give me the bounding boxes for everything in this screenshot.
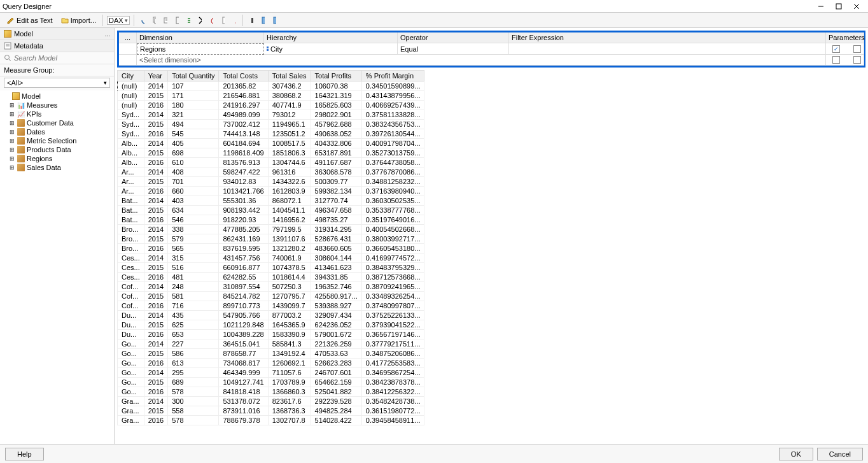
table-cell[interactable]: 1304744.6: [268, 158, 311, 167]
table-cell[interactable]: 908193.442: [219, 206, 268, 215]
table-cell[interactable]: Du...: [118, 311, 144, 320]
search-input[interactable]: [14, 54, 110, 62]
table-cell[interactable]: 106070.38: [311, 82, 361, 91]
table-row[interactable]: Go...2015586878658.771349192.4470533.630…: [118, 349, 424, 359]
table-cell[interactable]: Gra...: [118, 416, 144, 425]
table-cell[interactable]: (null): [118, 101, 144, 110]
table-cell[interactable]: Du...: [118, 330, 144, 339]
table-cell[interactable]: 457962.688: [311, 120, 361, 129]
table-cell[interactable]: 845214.782: [219, 292, 268, 301]
table-cell[interactable]: 961316: [268, 167, 311, 177]
table-cell[interactable]: 737002.412: [219, 120, 268, 129]
table-cell[interactable]: 2014: [144, 110, 167, 120]
table-cell[interactable]: 321: [168, 110, 219, 120]
table-cell[interactable]: 2015: [144, 406, 167, 416]
table-cell[interactable]: 2014: [144, 339, 167, 349]
table-cell[interactable]: 1434322.6: [268, 177, 311, 187]
filter-row-2-handle[interactable]: [119, 55, 137, 66]
table-cell[interactable]: 716: [168, 301, 219, 311]
table-cell[interactable]: 246707.601: [311, 368, 361, 378]
table-row[interactable]: Ces...2015516660916.8771074378.5413461.6…: [118, 263, 424, 273]
table-cell[interactable]: Cof...: [118, 292, 144, 301]
table-cell[interactable]: 2015: [144, 177, 167, 187]
table-row[interactable]: Cof...2015581845214.7821270795.7425580.9…: [118, 292, 424, 301]
properties-icon[interactable]: [218, 16, 227, 25]
table-cell[interactable]: 1021129.848: [219, 320, 268, 330]
filter-row-1-handle[interactable]: [119, 43, 137, 55]
table-cell[interactable]: 2014: [144, 311, 167, 320]
table-cell[interactable]: 0.35338777768...: [361, 206, 424, 215]
table-cell[interactable]: 578: [168, 416, 219, 425]
table-cell[interactable]: 0.38423878378...: [361, 378, 424, 387]
table-row[interactable]: Bat...2016546918220.931416956.2498735.27…: [118, 215, 424, 225]
table-cell[interactable]: 0.38412256322...: [361, 387, 424, 397]
grid-wide-icon[interactable]: [270, 16, 279, 25]
table-cell[interactable]: 578: [168, 387, 219, 397]
table-row[interactable]: Du...20166531004389.2281583390.9579001.6…: [118, 330, 424, 339]
refresh-icon[interactable]: [138, 16, 147, 25]
table-cell[interactable]: 0.34501590899...: [361, 82, 424, 91]
column-header[interactable]: Total Profits: [311, 71, 361, 82]
table-cell[interactable]: 734068.817: [219, 359, 268, 368]
table-cell[interactable]: 2016: [144, 158, 167, 167]
table-cell[interactable]: 1439099.7: [268, 301, 311, 311]
table-cell[interactable]: 310897.554: [219, 282, 268, 292]
table-cell[interactable]: 585841.3: [268, 339, 311, 349]
expand-icon[interactable]: ⊞: [9, 155, 15, 162]
table-cell[interactable]: 464349.999: [219, 368, 268, 378]
table-cell[interactable]: 477885.205: [219, 225, 268, 234]
table-cell[interactable]: 660916.877: [219, 263, 268, 273]
table-cell[interactable]: 164321.319: [311, 91, 361, 101]
tree-item[interactable]: ⊞Customer Data: [4, 118, 110, 127]
table-cell[interactable]: 2016: [144, 244, 167, 253]
column-header[interactable]: Total Costs: [219, 71, 268, 82]
table-cell[interactable]: Alb...: [118, 139, 144, 148]
table-cell[interactable]: 0.41699774572...: [361, 253, 424, 263]
table-row[interactable]: Bat...2015634908193.4421404541.1496347.6…: [118, 206, 424, 215]
table-cell[interactable]: 407741.9: [268, 101, 311, 110]
table-cell[interactable]: 2014: [144, 196, 167, 206]
table-cell[interactable]: Go...: [118, 387, 144, 397]
table-cell[interactable]: 813576.913: [219, 158, 268, 167]
table-cell[interactable]: 0.38324356753...: [361, 120, 424, 129]
table-cell[interactable]: 2016: [144, 359, 167, 368]
table-cell[interactable]: Ar...: [118, 167, 144, 177]
table-cell[interactable]: 338: [168, 225, 219, 234]
table-cell[interactable]: 1349192.4: [268, 349, 311, 359]
table-cell[interactable]: 0.37163980940...: [361, 187, 424, 196]
table-row[interactable]: Bro...2016565837619.5951321280.2483660.6…: [118, 244, 424, 253]
table-cell[interactable]: 701: [168, 177, 219, 187]
table-row[interactable]: Bro...2015579862431.1691391107.6528676.4…: [118, 234, 424, 244]
table-row[interactable]: (null)2014107201365.82307436.2106070.380…: [118, 82, 424, 91]
table-cell[interactable]: 0.38709241965...: [361, 282, 424, 292]
table-row[interactable]: Gra...2015558873911.0161368736.3494825.2…: [118, 406, 424, 416]
filter-select-dimension[interactable]: <Select dimension>: [137, 55, 826, 66]
table-cell[interactable]: 837619.595: [219, 244, 268, 253]
table-cell[interactable]: 2015: [144, 378, 167, 387]
table-cell[interactable]: 408: [168, 167, 219, 177]
table-cell[interactable]: 0.36567197146...: [361, 330, 424, 339]
table-cell[interactable]: 2015: [144, 91, 167, 101]
help-button[interactable]: Help: [5, 448, 44, 460]
table-cell[interactable]: 526623.283: [311, 359, 361, 368]
table-cell[interactable]: 413461.623: [311, 263, 361, 273]
table-cell[interactable]: 1391107.6: [268, 234, 311, 244]
maximize-icon[interactable]: [835, 3, 843, 10]
table-cell[interactable]: 1013421.766: [219, 187, 268, 196]
table-cell[interactable]: 0.43143879956...: [361, 91, 424, 101]
table-cell[interactable]: 394331.85: [311, 273, 361, 282]
edit-as-text-button[interactable]: Edit as Text: [4, 15, 55, 25]
table-cell[interactable]: 1260692.1: [268, 359, 311, 368]
table-cell[interactable]: 1583390.9: [268, 330, 311, 339]
col-operator[interactable]: Operator: [398, 32, 509, 43]
filter-operator-cell[interactable]: Equal: [398, 43, 509, 55]
table-cell[interactable]: 319314.295: [311, 225, 361, 234]
table-cell[interactable]: 2016: [144, 416, 167, 425]
copy-icon[interactable]: [150, 16, 158, 25]
table-cell[interactable]: 565: [168, 244, 219, 253]
table-cell[interactable]: 744413.148: [219, 129, 268, 139]
grid-small-icon[interactable]: [247, 16, 256, 25]
table-cell[interactable]: 312770.74: [311, 196, 361, 206]
table-cell[interactable]: 0.35197649016...: [361, 215, 424, 225]
table-cell[interactable]: 528676.431: [311, 234, 361, 244]
